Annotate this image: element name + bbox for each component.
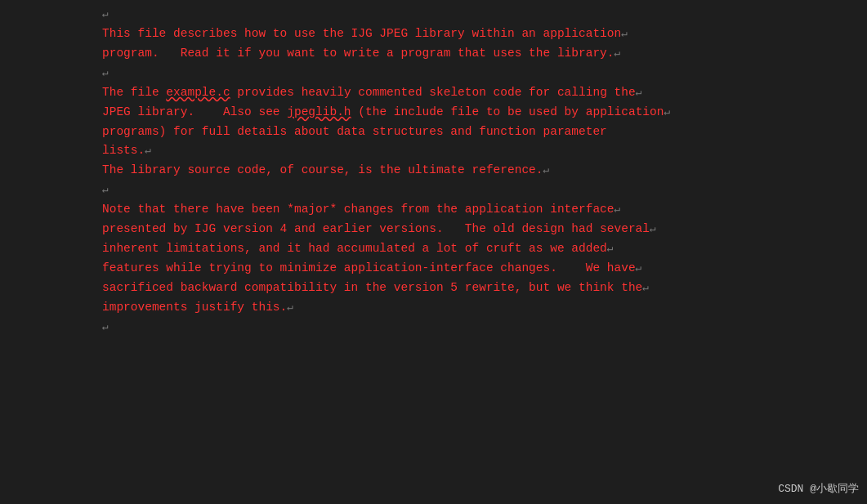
- main-content: ↵ This file describes how to use the IJG…: [0, 0, 867, 342]
- watermark: CSDN @小歇同学: [778, 481, 859, 496]
- return-1: ↵: [102, 8, 109, 20]
- line-1: This file describes how to use the IJG J…: [102, 27, 670, 333]
- content-pre: ↵ This file describes how to use the IJG…: [102, 5, 826, 337]
